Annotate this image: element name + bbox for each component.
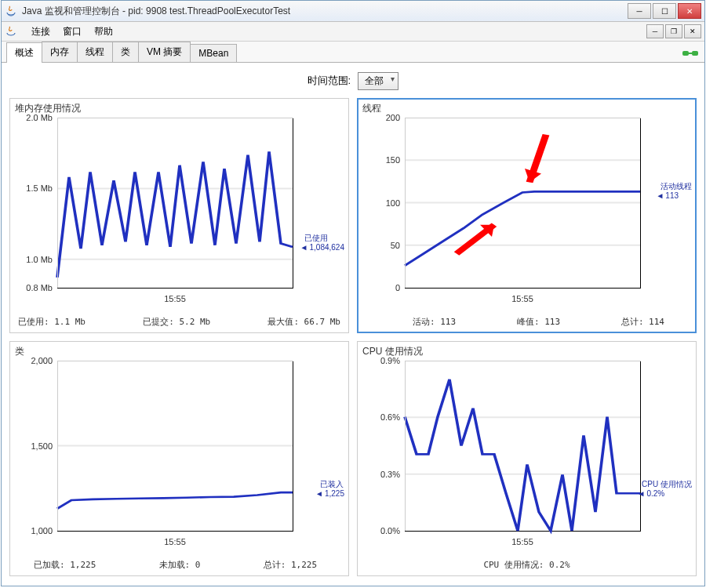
panel-title: 类	[15, 345, 24, 358]
side-label-value: 0.2%	[646, 489, 664, 498]
close-button[interactable]: ✕	[678, 3, 701, 19]
menu-help[interactable]: 帮助	[88, 24, 119, 40]
stat-committed: 已提交: 5.2 Mb	[143, 316, 210, 328]
tab-overview[interactable]: 概述	[6, 42, 42, 63]
tabbar: 概述 内存 线程 类 VM 摘要 MBean	[2, 42, 704, 63]
panel-stats: 已使用: 1.1 Mb 已提交: 5.2 Mb 最大值: 66.7 Mb	[18, 316, 340, 328]
tab-classes[interactable]: 类	[112, 42, 139, 62]
panel-stats: CPU 使用情况: 0.2%	[366, 559, 688, 571]
stat-total: 总计: 1,225	[264, 559, 317, 571]
side-label-value: 113	[665, 191, 679, 200]
time-range-row: 时间范围: 全部	[9, 72, 697, 90]
inner-restore-button[interactable]: ❐	[665, 24, 682, 38]
chart-side-label: 已装入 ◄1,225	[315, 480, 344, 499]
minimize-button[interactable]: ─	[628, 3, 651, 19]
java-icon	[5, 25, 17, 38]
xlabel: 15:55	[511, 294, 533, 303]
connection-status-icon	[681, 48, 700, 59]
panel-title: 线程	[362, 102, 381, 115]
tab-mbean[interactable]: MBean	[190, 44, 237, 62]
panel-cpu[interactable]: CPU 使用情况 0.9% 0.6% 0.3% 0.0% CPU 使用情况 ◄0…	[357, 341, 697, 576]
side-label-name: 已装入	[320, 480, 344, 488]
side-label-name: CPU 使用情况	[642, 480, 692, 488]
stat-live: 活动: 113	[413, 316, 456, 328]
ytick: 100	[386, 198, 405, 208]
side-label-value: 1,225	[325, 489, 344, 498]
ytick: 1.5 Mb	[26, 183, 57, 193]
inner-close-button[interactable]: ✕	[684, 24, 701, 38]
chart-cpu: 0.9% 0.6% 0.3% 0.0% CPU 使用情况 ◄0.2% 15:55	[405, 361, 641, 532]
window-controls: ─ ☐ ✕	[628, 3, 701, 19]
xlabel: 15:55	[164, 537, 186, 546]
svg-rect-1	[692, 51, 698, 56]
stat-total: 总计: 114	[621, 316, 664, 328]
chart-side-label: 已使用 ◄1,084,624	[300, 234, 344, 252]
ytick: 1,500	[31, 441, 57, 451]
app-window: Java 监视和管理控制台 - pid: 9908 test.ThreadPoo…	[1, 0, 705, 586]
panel-heap[interactable]: 堆内存使用情况 2.0 Mb 1.5 Mb 1.0 Mb 0.8 Mb 已使用 …	[9, 98, 349, 333]
tab-memory[interactable]: 内存	[42, 42, 78, 62]
svg-rect-0	[682, 51, 689, 56]
menubar: 连接 窗口 帮助 ─ ❐ ✕	[2, 22, 704, 42]
ytick: 0.0%	[380, 526, 405, 535]
side-label-value: 1,084,624	[310, 243, 345, 252]
chart-threads: 200 150 100 50 0	[405, 118, 641, 289]
tab-threads[interactable]: 线程	[77, 42, 113, 62]
chart-grid: 堆内存使用情况 2.0 Mb 1.5 Mb 1.0 Mb 0.8 Mb 已使用 …	[9, 98, 697, 576]
ytick: 1,000	[31, 526, 57, 535]
menu-connect[interactable]: 连接	[25, 24, 56, 40]
chart-classes: 2,000 1,500 1,000 已装入 ◄1,225 15:55	[57, 361, 293, 532]
stat-peak: 峰值: 113	[517, 316, 560, 328]
chart-side-label: 活动线程 ◄113	[656, 182, 692, 201]
ytick: 0	[395, 283, 405, 292]
ytick: 50	[391, 241, 405, 250]
stat-cpu: CPU 使用情况: 0.2%	[483, 559, 570, 571]
ytick: 0.8 Mb	[26, 283, 57, 292]
svg-rect-2	[688, 53, 693, 54]
panel-stats: 已加载: 1,225 未加载: 0 总计: 1,225	[18, 559, 340, 571]
xlabel: 15:55	[511, 537, 533, 546]
chart-side-label: CPU 使用情况 ◄0.2%	[638, 480, 692, 499]
xlabel: 15:55	[164, 294, 186, 303]
ytick: 2.0 Mb	[26, 113, 57, 122]
time-range-label: 时间范围:	[308, 74, 351, 86]
window-title: Java 监视和管理控制台 - pid: 9908 test.ThreadPoo…	[22, 5, 628, 18]
java-icon	[5, 5, 17, 17]
time-range-select[interactable]: 全部	[358, 72, 398, 90]
inner-minimize-button[interactable]: ─	[646, 24, 664, 38]
tab-vmsummary[interactable]: VM 摘要	[138, 42, 191, 62]
ytick: 2,000	[31, 356, 57, 365]
ytick: 200	[386, 113, 405, 122]
stat-loaded: 已加载: 1,225	[34, 559, 96, 571]
side-label-name: 已使用	[304, 234, 328, 242]
titlebar: Java 监视和管理控制台 - pid: 9908 test.ThreadPoo…	[2, 1, 704, 22]
ytick: 0.6%	[380, 412, 405, 422]
stat-unloaded: 未加载: 0	[159, 559, 201, 571]
ytick: 0.3%	[380, 470, 405, 479]
stat-max: 最大值: 66.7 Mb	[267, 316, 340, 328]
ytick: 0.9%	[380, 356, 405, 365]
maximize-button[interactable]: ☐	[653, 3, 676, 19]
panel-classes[interactable]: 类 2,000 1,500 1,000 已装入 ◄1,225 15:55	[9, 341, 349, 576]
ytick: 1.0 Mb	[26, 255, 57, 264]
chart-heap: 2.0 Mb 1.5 Mb 1.0 Mb 0.8 Mb 已使用 ◄1,084,6…	[57, 118, 293, 289]
side-label-name: 活动线程	[661, 182, 692, 191]
panel-stats: 活动: 113 峰值: 113 总计: 114	[366, 316, 688, 328]
stat-used: 已使用: 1.1 Mb	[18, 316, 86, 328]
ytick: 150	[386, 155, 405, 165]
menu-window[interactable]: 窗口	[56, 24, 88, 40]
panel-threads[interactable]: 线程 200 150 100 50 0	[357, 98, 697, 333]
content-area: 时间范围: 全部 堆内存使用情况 2.0 Mb 1.5 Mb 1.0 Mb 0.…	[2, 63, 704, 586]
